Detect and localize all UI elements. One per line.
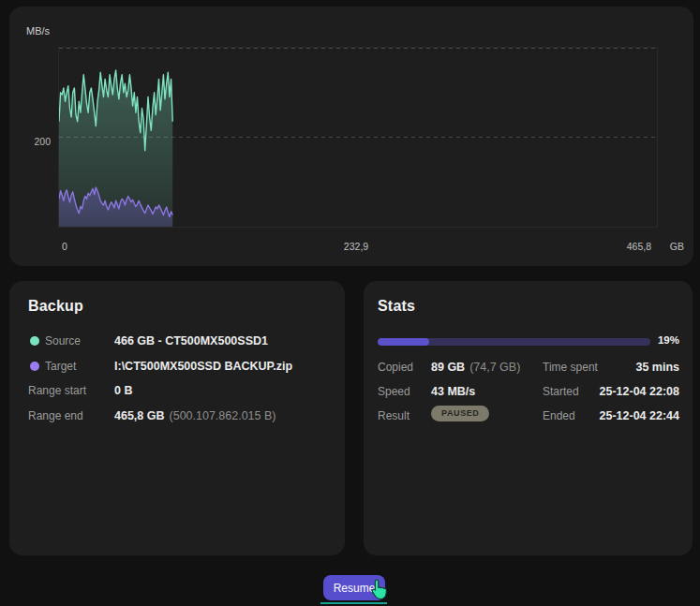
range-end-primary: 465,8 GB <box>114 409 165 422</box>
copied-primary: 89 GB <box>431 361 465 374</box>
speed-value: 43 MB/s <box>431 385 475 398</box>
time-spent-label: Time spent <box>543 361 598 374</box>
y-axis-unit-label: MB/s <box>26 25 50 37</box>
range-end-row: Range end 465,8 GB(500.107.862.015 B) <box>28 408 334 423</box>
progress-percent: 19% <box>658 334 679 346</box>
x-tick-mid: 232,9 <box>319 241 394 252</box>
progress-bar <box>378 338 650 346</box>
target-color-dot-icon <box>30 362 39 371</box>
source-label: Source <box>45 334 81 347</box>
x-tick-max: 465,8 <box>627 241 651 252</box>
backup-title: Backup <box>28 298 83 315</box>
copied-secondary: (74,7 GB) <box>469 361 520 374</box>
source-row: Source 466 GB - CT500MX500SSD1 <box>28 333 334 348</box>
chart-series <box>59 70 172 227</box>
target-value: I:\CT500MX500SSD BACKUP.zip <box>114 360 292 373</box>
throughput-chart <box>59 48 657 227</box>
click-highlight-underline <box>320 602 387 604</box>
resume-button[interactable]: Resume <box>323 575 385 600</box>
stats-title: Stats <box>378 298 415 315</box>
time-spent-value: 35 mins <box>635 361 679 374</box>
result-label: Result <box>378 409 410 422</box>
ended-label: Ended <box>543 409 575 422</box>
target-label: Target <box>45 360 76 373</box>
range-start-label: Range start <box>28 384 86 397</box>
started-label: Started <box>543 385 579 398</box>
target-row: Target I:\CT500MX500SSD BACKUP.zip <box>28 359 334 374</box>
copied-label: Copied <box>378 361 413 374</box>
range-end-bytes: (500.107.862.015 B) <box>170 409 276 422</box>
range-end-value: 465,8 GB(500.107.862.015 B) <box>114 409 276 422</box>
started-value: 25-12-04 22:08 <box>600 385 679 398</box>
source-value: 466 GB - CT500MX500SSD1 <box>114 334 268 347</box>
range-start-value: 0 B <box>114 384 132 397</box>
y-tick-200: 200 <box>22 136 51 147</box>
x-tick-0: 0 <box>62 241 67 252</box>
ended-value: 25-12-04 22:44 <box>600 409 679 422</box>
copied-value: 89 GB(74,7 GB) <box>431 361 520 374</box>
speed-label: Speed <box>378 385 410 398</box>
paused-status-badge: PAUSED <box>431 406 489 421</box>
source-color-dot-icon <box>30 336 39 346</box>
range-start-row: Range start 0 B <box>28 383 334 398</box>
backup-panel: Backup Source 466 GB - CT500MX500SSD1 Ta… <box>9 281 345 555</box>
range-end-label: Range end <box>28 409 83 422</box>
result-value: PAUSED <box>431 406 489 421</box>
x-axis-unit-label: GB <box>670 241 684 252</box>
speed-chart-panel: MB/s 200 0 232,9 465,8 GB <box>9 7 693 266</box>
stats-panel: Stats 19% Copied 89 GB(74,7 GB) Time spe… <box>364 281 693 555</box>
progress-fill <box>378 338 429 346</box>
chart-plot-area <box>58 47 658 228</box>
